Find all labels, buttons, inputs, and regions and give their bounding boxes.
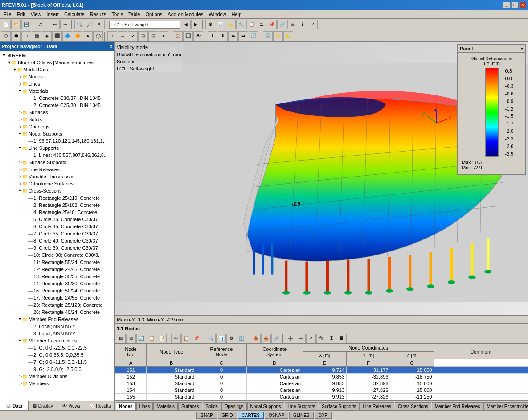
tree-item-37[interactable]: ▼📁Member End Releases	[0, 316, 114, 323]
tt-btn7[interactable]: 📋	[181, 334, 191, 343]
tree-item-22[interactable]: —4: Rectangle 25/40; Concrete	[0, 209, 114, 216]
tt-btn11[interactable]: ⚙	[226, 334, 236, 343]
nav-tab-data[interactable]: 📊 Data	[0, 401, 29, 410]
tree-item-46[interactable]: ▷📁Members	[0, 380, 114, 387]
tree-item-17[interactable]: ▷📁Variable Thicknesses	[0, 173, 114, 180]
tree-item-36[interactable]: —26: Rectangle 40/24; Concrete	[0, 309, 114, 316]
status-pill-grid[interactable]: GRID	[218, 412, 237, 419]
tb2-9[interactable]: ●	[83, 31, 93, 41]
tb2-5[interactable]: ◈	[42, 31, 52, 41]
nav-close-button[interactable]: ×	[110, 44, 112, 49]
table-row[interactable]: 155 Standard 0 Cartesian 9.913 -27.826 -…	[115, 394, 528, 400]
tree-item-6[interactable]: —1: Concrete C30/37 | DIN 1045	[0, 95, 114, 102]
tree-item-18[interactable]: ▷📁Orthotropic Surfaces	[0, 180, 114, 187]
redo-button[interactable]: ↪	[60, 20, 70, 29]
new-button[interactable]: 📄	[1, 20, 11, 29]
status-pill-cartes[interactable]: CARTES	[238, 412, 264, 419]
nav-tab-views[interactable]: 👁 Views	[57, 401, 86, 410]
tb2-15[interactable]: ⊟	[148, 31, 158, 41]
print-button[interactable]: 🖨	[36, 20, 45, 29]
tree-item-33[interactable]: —16: Rectangle 50/24; Concrete	[0, 287, 114, 294]
tb2-24[interactable]: 🔄	[249, 31, 258, 41]
tt-btn5[interactable]: 📝	[157, 334, 167, 343]
tree-item-28[interactable]: —10: Circle 30; Concrete C30/3..	[0, 251, 114, 259]
status-pill-glines[interactable]: GLINES	[289, 412, 314, 419]
tb2-14[interactable]: ⊞	[138, 31, 148, 41]
menu-calculate[interactable]: Calculate	[61, 11, 87, 18]
tb2-16[interactable]: ✦	[159, 31, 168, 41]
bottom-tab-cross-sections[interactable]: Cross-Sections	[395, 402, 431, 410]
table-row[interactable]: 154 Standard 0 Cartesian 9.913 -27.826 -…	[115, 387, 528, 394]
bottom-tab-nodal-supports[interactable]: Nodal Supports	[247, 402, 284, 410]
tb2-10[interactable]: ◯	[93, 31, 103, 41]
menu-results[interactable]: Results	[87, 11, 109, 18]
menu-file[interactable]: File	[1, 11, 14, 18]
tb-btn-5[interactable]: 📋	[246, 20, 256, 29]
menu-help[interactable]: Help	[229, 11, 245, 18]
menu-tools[interactable]: Tools	[109, 11, 126, 18]
tb2-3[interactable]: □	[21, 31, 31, 41]
lc-next[interactable]: ▶	[191, 20, 201, 29]
tb2-21[interactable]: ⬇	[218, 31, 228, 41]
tree-item-2[interactable]: ▼📁Model Data	[0, 66, 114, 73]
tb2-11[interactable]: ↕	[107, 31, 117, 41]
tree-item-15[interactable]: ▷📁Surface Supports	[0, 159, 114, 166]
lc-dropdown[interactable]: LC1 : Self-weight	[109, 21, 180, 29]
open-button[interactable]: 📂	[11, 20, 21, 29]
tb2-25[interactable]: 🔢	[263, 31, 273, 41]
tree-item-26[interactable]: —8: Circle 40; Concrete C30/37	[0, 237, 114, 244]
tt-btn6[interactable]: ✂	[171, 334, 181, 343]
tree-item-9[interactable]: ▷📁Solids	[0, 116, 114, 123]
tb2-27[interactable]: 📐	[283, 31, 293, 41]
tree-item-8[interactable]: ▷📁Surfaces	[0, 109, 114, 116]
tt-btn8[interactable]: 📌	[192, 334, 201, 343]
bottom-tab-nodes[interactable]: Nodes	[116, 402, 136, 410]
tb-btn-8[interactable]: 🔗	[277, 20, 287, 29]
tt-btn16[interactable]: ➕	[286, 334, 295, 343]
tree-item-34[interactable]: —17: Rectangle 24/55; Concrete	[0, 294, 114, 301]
bottom-tab-member-eccentricities[interactable]: Member Eccentricities	[483, 402, 528, 410]
tree-item-35[interactable]: —23: Rectangle 25/120; Concrete	[0, 301, 114, 309]
tree-item-44[interactable]: —9: G; -2.5,0,0; -2.5,0,0	[0, 366, 114, 373]
tb-btn-10[interactable]: ℹ	[298, 20, 307, 29]
tree-item-23[interactable]: —5: Circle 35; Concrete C30/37	[0, 216, 114, 223]
tb-btn-3[interactable]: 📐	[226, 20, 236, 29]
tb2-26[interactable]: 📏	[273, 31, 283, 41]
nav-tree[interactable]: ▼🖥RFEM▼📁Block of Offices [Manual structu…	[0, 51, 114, 401]
menu-addon[interactable]: Add-on Modules	[165, 11, 206, 18]
tt-btn14[interactable]: 📤	[261, 334, 271, 343]
tree-item-10[interactable]: ▷📁Openings	[0, 123, 114, 130]
view-canvas[interactable]: Visibility mode Global Deformations u-Y …	[115, 42, 528, 323]
tb2-22[interactable]: ⬅	[228, 31, 238, 41]
panel-close-button[interactable]: ×	[521, 46, 524, 51]
table-container[interactable]: NodeNo. Node Type ReferenceNode Coordina…	[115, 344, 528, 400]
tree-item-32[interactable]: —14: Rectangle 30/30; Concrete	[0, 280, 114, 287]
tree-item-16[interactable]: ▷📁Line Releases	[0, 166, 114, 173]
bottom-tab-surfaces[interactable]: Surfaces	[178, 402, 202, 410]
tb-btn-6[interactable]: 🗂	[257, 20, 266, 29]
bottom-tab-solids[interactable]: Solids	[203, 402, 221, 410]
bottom-tab-lines[interactable]: Lines	[136, 402, 153, 410]
tree-item-7[interactable]: —2: Concrete C25/30 | DIN 1045	[0, 102, 114, 109]
save-button[interactable]: 💾	[21, 20, 31, 29]
menu-view[interactable]: View	[28, 11, 44, 18]
minimize-button[interactable]: _	[503, 2, 510, 8]
tb2-23[interactable]: ➡	[238, 31, 248, 41]
tt-btn3[interactable]: 🔄	[136, 334, 146, 343]
tb2-17[interactable]: 🏠	[173, 31, 183, 41]
tb-btn-1[interactable]: ⚙	[205, 20, 215, 29]
tt-btn1[interactable]: ⊞	[116, 334, 126, 343]
tt-btn10[interactable]: 📊	[216, 334, 226, 343]
tb-btn-4[interactable]: 🔧	[236, 20, 246, 29]
menu-window[interactable]: Window	[206, 11, 229, 18]
table-row[interactable]: 153 Standard 0 Cartesian 9.853 -32.896 -…	[115, 380, 528, 387]
tree-item-40[interactable]: ▼📁Member Eccentricities	[0, 337, 114, 344]
bottom-tab-openings[interactable]: Openings	[221, 402, 247, 410]
tree-item-12[interactable]: —1: 96,97,120,121,145,180,181,1..	[0, 137, 114, 144]
tree-item-24[interactable]: —6: Circle 45; Concrete C30/37	[0, 223, 114, 230]
menu-options[interactable]: Options	[143, 11, 165, 18]
tb2-12[interactable]: ↔	[118, 31, 127, 41]
tt-btn2[interactable]: ⊟	[126, 334, 136, 343]
tree-item-27[interactable]: —9: Circle 30; Concrete C30/37	[0, 244, 114, 251]
tree-item-1[interactable]: ▼📁Block of Offices [Manual structures]	[0, 59, 114, 66]
